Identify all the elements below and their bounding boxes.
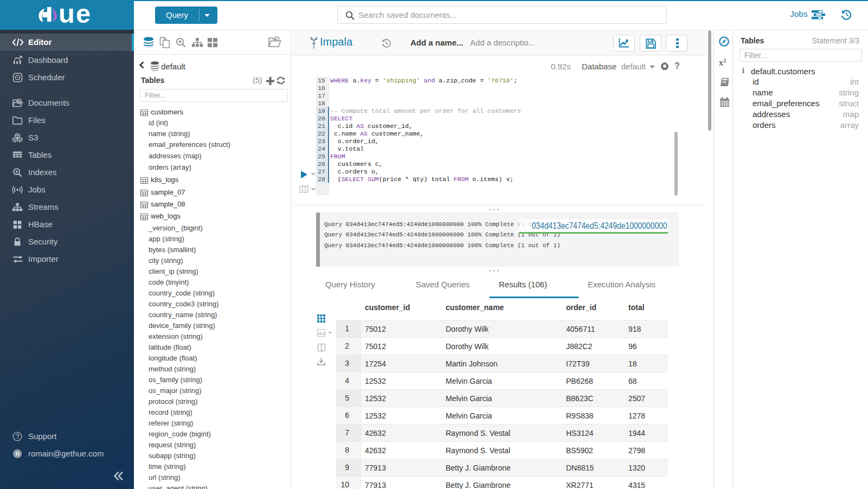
svg-text:?: ?	[16, 433, 20, 440]
svg-text:ue: ue	[59, 0, 92, 28]
svg-text:R: R	[15, 451, 20, 457]
